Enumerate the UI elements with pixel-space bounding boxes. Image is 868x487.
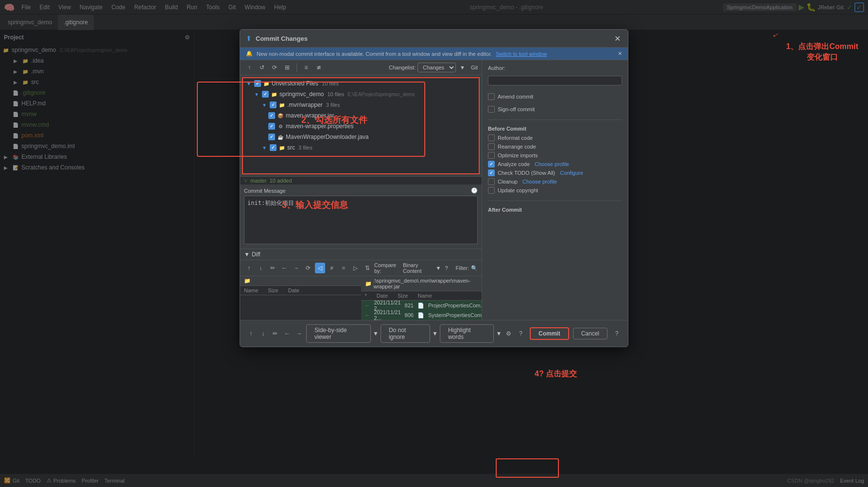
- cleanup-checkbox[interactable]: [488, 178, 495, 185]
- viewer-dropdown-icon[interactable]: ▼: [373, 330, 379, 337]
- optimize-row[interactable]: Optimize imports: [488, 151, 622, 160]
- toolbar-grid-icon[interactable]: ⊞: [282, 62, 293, 73]
- unversioned-checkbox[interactable]: [254, 80, 261, 87]
- toolbar-refresh-icon[interactable]: ⟳: [269, 62, 280, 73]
- footer-down-icon[interactable]: ↓: [258, 328, 268, 339]
- diff-right-icon[interactable]: ▷: [350, 263, 360, 273]
- diff-left-panel: 📁 Name Size Date: [240, 276, 361, 320]
- compare-select[interactable]: Binary Content: [403, 262, 434, 274]
- diff-collapse-icon[interactable]: ▼: [244, 251, 250, 258]
- checktodo-configure-link[interactable]: Configure: [560, 170, 583, 176]
- diff-refresh-icon[interactable]: ⟳: [303, 263, 313, 273]
- reformat-row[interactable]: Reformat code: [488, 134, 622, 142]
- updatecopyright-checkbox[interactable]: [488, 187, 495, 194]
- branch-icon: ⑂: [244, 178, 247, 184]
- diff-row-1[interactable]: ← 2021/11/21 2... 821 📄 ProjectPropertie…: [361, 301, 482, 310]
- java-file-icon: ☕: [277, 133, 284, 141]
- commit-message-area: Commit Message 🕐 init:初始化项目: [240, 185, 482, 249]
- cancel-button[interactable]: Cancel: [573, 328, 608, 339]
- analyze-row[interactable]: Analyze code Choose profile: [488, 160, 622, 168]
- toolbar-up-icon[interactable]: ↑: [244, 62, 255, 73]
- diff-eq-icon[interactable]: =: [339, 263, 348, 273]
- commit-button[interactable]: Commit: [530, 327, 569, 340]
- notif-link[interactable]: Switch to tool window: [496, 51, 547, 57]
- amend-checkbox[interactable]: [488, 93, 495, 100]
- src-row[interactable]: ▼ 📁 src 3 files: [243, 142, 479, 153]
- java-checkbox[interactable]: [268, 134, 275, 140]
- diff-filter-icon[interactable]: 🔍: [471, 265, 478, 271]
- checktodo-label: Check TODO (Show All): [498, 170, 555, 176]
- compare-label: Compare by:: [374, 262, 401, 274]
- analyze-profile-link[interactable]: Choose profile: [535, 161, 569, 167]
- signoff-commit-row[interactable]: Sign-off commit: [488, 105, 622, 114]
- unversioned-row[interactable]: ▼ 📁 Unversioned Files 10 files: [243, 78, 479, 89]
- diff-edit-icon[interactable]: ✏: [268, 263, 278, 273]
- props-checkbox[interactable]: [268, 123, 275, 130]
- root-row[interactable]: ▼ 📁 springmvc_demo 10 files E:\IEAProjec…: [243, 89, 479, 100]
- diff-sync-icon[interactable]: ⇅: [363, 263, 372, 273]
- viewer-btn[interactable]: Side-by-side viewer: [306, 324, 371, 343]
- updatecopyright-row[interactable]: Update copyright: [488, 186, 622, 195]
- footer-edit-icon[interactable]: ✏: [270, 328, 280, 339]
- diff-down-icon[interactable]: ↓: [256, 263, 265, 273]
- src-checkbox[interactable]: [270, 144, 277, 151]
- toolbar-undo-icon[interactable]: ↺: [257, 62, 267, 73]
- row2-arrow: ←: [365, 312, 370, 318]
- commit-clock-icon[interactable]: 🕐: [471, 187, 478, 194]
- analyze-checkbox[interactable]: [488, 161, 495, 168]
- diff-prev-icon[interactable]: ←: [279, 263, 289, 273]
- footer-gear-icon[interactable]: ⚙: [503, 328, 514, 339]
- footer-help-icon[interactable]: ?: [516, 328, 526, 339]
- row1-icon: 📄: [417, 302, 424, 309]
- toolbar-collapse-icon[interactable]: ≡: [301, 62, 312, 73]
- diff-neq-icon[interactable]: ≠: [327, 263, 337, 273]
- signoff-label: Sign-off commit: [498, 106, 535, 112]
- dialog-body: ↑ ↺ ⟳ ⊞ ≡ ≢ Changelist: Changes ▼ Git: [240, 60, 628, 320]
- root-checkbox[interactable]: [262, 91, 269, 98]
- footer-prev-icon[interactable]: ←: [282, 328, 292, 339]
- highlight-dropdown-icon[interactable]: ▼: [496, 330, 502, 337]
- file-java-row[interactable]: ☕ MavenWrapperDownloader.java: [243, 132, 479, 142]
- cleanup-profile-link[interactable]: Choose profile: [522, 179, 557, 185]
- rearrange-row[interactable]: Rearrange code: [488, 142, 622, 151]
- ignore-dropdown-icon[interactable]: ▼: [432, 330, 438, 337]
- diff-left-icon[interactable]: ◁: [315, 263, 325, 273]
- diff-compare: Compare by: Binary Content ▼ ? Filter: 🔍: [374, 262, 478, 274]
- mvn-wrapper-row[interactable]: ▼ 📁 .mvn\wrapper 3 files: [243, 100, 479, 110]
- file-props-row[interactable]: ⚙ maven-wrapper.properties: [243, 121, 479, 132]
- rearrange-checkbox[interactable]: [488, 143, 495, 150]
- author-input[interactable]: [488, 76, 622, 85]
- changelist-select[interactable]: Changes: [417, 63, 456, 72]
- diff-next-icon[interactable]: →: [291, 263, 301, 273]
- checktodo-row[interactable]: Check TODO (Show All) Configure: [488, 168, 622, 177]
- file-jar-row[interactable]: 📦 maven-wrapper.jar: [243, 110, 479, 121]
- footer-next-icon[interactable]: →: [294, 328, 304, 339]
- dialog-git-icon: ⬆: [246, 34, 252, 42]
- reformat-checkbox[interactable]: [488, 134, 495, 141]
- mvn-wrapper-checkbox[interactable]: [270, 101, 277, 108]
- cleanup-row[interactable]: Cleanup Choose profile: [488, 177, 622, 186]
- diff-toolbar: ↑ ↓ ✏ ← → ⟳ ◁ ≠ = ▷ ⇅ Compare by: Binar: [240, 260, 482, 276]
- diff-help-icon[interactable]: ?: [445, 265, 448, 271]
- amend-commit-row[interactable]: Amend commit: [488, 92, 622, 101]
- compare-dropdown-icon[interactable]: ▼: [436, 265, 441, 271]
- diff-row-2[interactable]: ← 2021/11/21 2... 806 📄 SystemProperties…: [361, 310, 482, 320]
- diff-col-header-left: Name Size Date: [240, 286, 361, 295]
- changelist-dropdown-icon[interactable]: ▼: [460, 65, 465, 70]
- root-expand-icon: ▼: [253, 90, 260, 98]
- jar-checkbox[interactable]: [268, 112, 275, 119]
- commit-message-input[interactable]: init:初始化项目: [244, 196, 478, 244]
- footer-up-icon[interactable]: ↑: [246, 328, 256, 339]
- diff-up-icon[interactable]: ↑: [244, 263, 254, 273]
- ignore-btn[interactable]: Do not ignore: [381, 324, 430, 343]
- signoff-checkbox[interactable]: [488, 106, 495, 113]
- jar-label: maven-wrapper.jar: [286, 112, 334, 119]
- row2-name: SystemPropertiesCom...: [428, 312, 482, 318]
- notif-close-btn[interactable]: ✕: [618, 50, 622, 57]
- dialog-help-btn[interactable]: ?: [611, 328, 622, 339]
- optimize-checkbox[interactable]: [488, 152, 495, 159]
- toolbar-expand-icon[interactable]: ≢: [313, 62, 324, 73]
- highlight-btn[interactable]: Highlight words: [440, 324, 494, 343]
- dialog-close-btn[interactable]: ✕: [612, 34, 622, 43]
- checktodo-checkbox[interactable]: [488, 169, 495, 176]
